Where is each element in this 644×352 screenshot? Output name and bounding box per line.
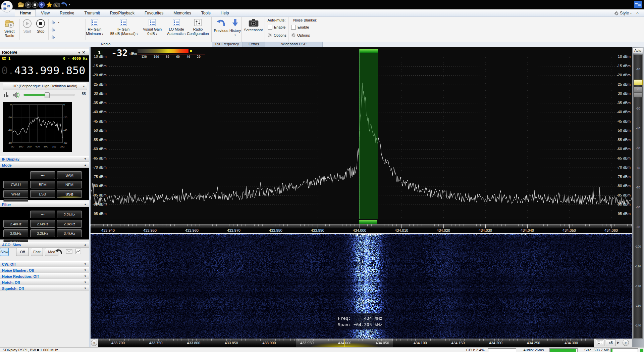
app-menu-button[interactable] <box>1 1 13 12</box>
section-header-squelch[interactable]: Squelch: Off▼ <box>0 285 89 291</box>
mode-button[interactable]: LSB <box>30 190 55 198</box>
ribbon-tab[interactable]: Receive <box>55 9 79 16</box>
favourite-star-icon[interactable] <box>46 1 53 8</box>
previous-button[interactable]: Previous <box>213 17 229 40</box>
scroll-left-button[interactable]: « <box>91 340 97 346</box>
tuned-frequency[interactable]: 0.433.999.850 <box>1 64 85 77</box>
graph-icon[interactable] <box>75 249 81 254</box>
filter-button[interactable]: ••• <box>30 211 55 218</box>
ribbon-small-button[interactable] <box>50 26 57 33</box>
filter-button[interactable]: 3.0kHz <box>3 229 28 237</box>
rx-marker-band[interactable] <box>359 49 378 219</box>
section-header-filter[interactable]: Filter▲ <box>0 202 89 207</box>
keypad-entry-button[interactable] <box>596 339 604 346</box>
start-button[interactable]: Start <box>21 17 34 40</box>
ribbon-tab[interactable]: Favourites <box>140 9 168 16</box>
gauge-track[interactable]: -10-20-30-40-50-60-70-80-90-100-110-120-… <box>633 54 643 339</box>
noise-blanker-options[interactable]: Options <box>291 33 310 37</box>
section-header-mode[interactable]: Mode▲ <box>0 162 89 168</box>
mode-button[interactable]: BFM <box>30 181 55 188</box>
if-spectrum-plot[interactable]: 1 -32 dBm -120-100-80-60-40-20 -10 dBm-1… <box>91 47 632 219</box>
ribbon-small-button[interactable]: ▾ <box>50 19 59 26</box>
scroll-right-button[interactable]: » <box>623 340 629 346</box>
filter-button[interactable]: 2.6kHz <box>30 220 55 228</box>
automute-enable[interactable]: Enable <box>268 25 285 30</box>
stop-icon[interactable] <box>32 1 38 8</box>
ribbon-tab[interactable]: View <box>36 9 55 16</box>
chevron-down-icon: ▼ <box>84 262 87 267</box>
panel-menu-icon[interactable]: ▾ <box>78 50 82 54</box>
agc-button[interactable]: Off <box>16 248 29 256</box>
add-icon[interactable] <box>38 1 45 8</box>
gauge-tick-label: -80 <box>634 206 642 209</box>
frequency-display[interactable]: RX 1 0 - 4000 Hz 0.433.999.850 <box>0 55 89 82</box>
collapse-ribbon-icon[interactable]: ˄ <box>636 11 639 15</box>
gain-dropdown-button[interactable]: Visual Gain 0 dB ▾ <box>140 17 165 40</box>
filter-button[interactable]: 3.2kHz <box>30 229 55 237</box>
section-header-cw[interactable]: CW: Off▼ <box>0 261 89 267</box>
navigation-ruler[interactable]: 433.700433.750433.800433.850433.900433.9… <box>98 339 594 347</box>
screenshot-button[interactable]: Screenshot <box>243 17 264 40</box>
gain-dropdown-button[interactable]: IF Gain -55 dB (Manual) ▾ <box>108 17 139 40</box>
gauge-thumb[interactable] <box>634 80 643 85</box>
quick-access-more-icon[interactable]: ▾ <box>69 3 75 10</box>
stop-button[interactable]: Stop <box>34 17 47 40</box>
marker-line <box>360 62 378 62</box>
automute-enable-label: Enable <box>274 25 285 29</box>
audio-device-select[interactable]: HP (Périphérique High Definition Audio) … <box>3 83 87 90</box>
filter-button[interactable]: 3.4kHz <box>57 229 82 237</box>
undo-arrow-icon[interactable] <box>54 248 63 256</box>
section-header-noise-reduction[interactable]: Noise Reduction: Off▼ <box>0 273 89 279</box>
ribbon-tab[interactable]: Help <box>216 9 234 16</box>
play-icon[interactable] <box>25 1 32 8</box>
close-icon[interactable]: ✕ <box>82 50 87 54</box>
ribbon-tab[interactable]: Tools <box>196 9 216 16</box>
chevron-right-icon[interactable]: ▶ <box>617 341 620 344</box>
select-radio-button[interactable]: Select Radio <box>1 17 17 40</box>
spectrum-frequency-ruler[interactable] <box>91 224 632 228</box>
open-file-icon[interactable] <box>17 1 24 8</box>
radio-configuration-button[interactable]: Radio Configuration <box>185 17 211 40</box>
checkbox-icon[interactable] <box>291 25 296 30</box>
agc-button[interactable]: Slow <box>0 248 9 256</box>
gain-dropdown-button[interactable]: LO Mode Automatic ▾ <box>166 17 187 40</box>
gain-dropdown-button[interactable]: RF Gain Minimum ▾ <box>82 17 107 40</box>
zoom-factor-button[interactable]: x5 <box>606 339 616 346</box>
waterfall-display[interactable]: Freq: 434 MHz Span: ±64.305 kHz <box>91 234 632 339</box>
undo-icon[interactable] <box>60 1 67 8</box>
mode-button[interactable]: ••• <box>30 171 55 179</box>
noise-blanker-enable[interactable]: Enable <box>291 25 309 30</box>
checkbox-icon[interactable] <box>268 25 272 30</box>
ribbon-tab[interactable]: Rec/Playback <box>105 9 140 16</box>
section-header-notch[interactable]: Notch: Off▼ <box>0 279 89 285</box>
history-button[interactable]: History ▾ <box>229 17 241 40</box>
mode-button[interactable]: NFM <box>57 181 82 188</box>
spectrum-gridline <box>109 149 615 149</box>
volume-slider[interactable] <box>23 94 74 96</box>
agc-button[interactable]: Fast <box>31 248 43 256</box>
ribbon-tab[interactable]: Transmit <box>79 9 105 16</box>
ribbon-tab[interactable]: Memories <box>168 9 196 16</box>
volume-thumb[interactable] <box>45 92 50 98</box>
receive-panel-header[interactable]: Receive ▾✕ <box>0 49 89 55</box>
automute-options[interactable]: Options <box>268 33 286 37</box>
filter-button[interactable]: 2.4kHz <box>3 220 28 228</box>
mode-button[interactable]: CW-U <box>3 181 28 188</box>
ribbon-small-button[interactable] <box>50 34 57 40</box>
section-header-if-display[interactable]: IF Display▼ <box>0 156 89 162</box>
mode-button[interactable]: SAM <box>57 171 82 179</box>
filter-button[interactable]: 2.8kHz <box>57 220 82 228</box>
section-header-agc[interactable]: AGC: Slow▲ <box>0 242 89 248</box>
style-menu[interactable]: Style ▾ ˄ <box>614 11 639 15</box>
envelope-icon[interactable] <box>66 249 72 254</box>
equalizer-icon[interactable] <box>3 92 9 98</box>
mode-button[interactable]: WFM <box>3 190 28 198</box>
mode-button[interactable]: USB <box>57 190 82 198</box>
auto-gain-button[interactable]: Auto <box>633 48 643 53</box>
ribbon-tab[interactable]: Home <box>15 9 36 16</box>
section-header-noise-blanker[interactable]: Noise Blanker: Off▼ <box>0 267 89 273</box>
camera-icon[interactable] <box>53 1 60 8</box>
gauge-segment[interactable] <box>634 92 643 97</box>
speaker-icon[interactable] <box>13 92 20 98</box>
filter-button[interactable]: 2.2kHz <box>57 211 82 218</box>
